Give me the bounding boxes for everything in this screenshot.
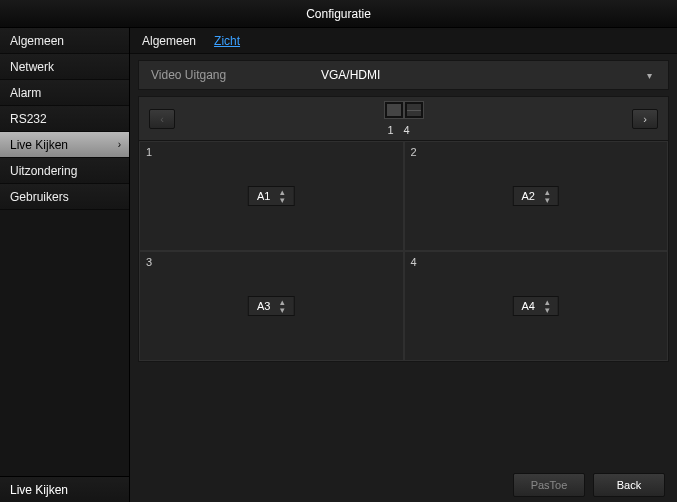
- sidebar-item-exception[interactable]: Uitzondering: [0, 158, 129, 184]
- sidebar-item-network[interactable]: Netwerk: [0, 54, 129, 80]
- grid-cell-4[interactable]: 4 A4 ▴▾: [404, 251, 669, 361]
- spinner-icon: ▴▾: [280, 188, 285, 204]
- channel-grid: 1 A1 ▴▾ 2 A2 ▴▾ 3: [139, 141, 668, 361]
- sidebar-item-users[interactable]: Gebruikers: [0, 184, 129, 210]
- chevron-right-icon: ›: [118, 132, 121, 158]
- chevron-down-icon: ▾: [647, 70, 656, 81]
- tab-general[interactable]: Algemeen: [142, 34, 196, 48]
- sidebar-item-alarm[interactable]: Alarm: [0, 80, 129, 106]
- channel-value: A3: [257, 300, 270, 312]
- layout-panel: ‹ 14 › 1 A1 ▴▾: [138, 96, 669, 362]
- back-button[interactable]: Back: [593, 473, 665, 497]
- layout-2x2-icon[interactable]: [404, 101, 424, 119]
- tab-bar: Algemeen Zicht: [130, 28, 677, 54]
- grid-cell-3[interactable]: 3 A3 ▴▾: [139, 251, 404, 361]
- sidebar-item-label: Live Kijken: [10, 138, 68, 152]
- spinner-icon: ▴▾: [545, 298, 550, 314]
- next-page-button[interactable]: ›: [632, 109, 658, 129]
- video-output-value: VGA/HDMI: [321, 68, 647, 82]
- sidebar-footer: Live Kijken: [0, 476, 129, 502]
- channel-value: A2: [522, 190, 535, 202]
- window-title: Configuratie: [0, 0, 677, 28]
- footer-bar: PasToe Back: [130, 468, 677, 502]
- channel-value: A4: [522, 300, 535, 312]
- sidebar: Algemeen Netwerk Alarm RS232 Live Kijken…: [0, 28, 130, 502]
- channel-value: A1: [257, 190, 270, 202]
- page-indicator: 14: [387, 124, 419, 136]
- page-current: 1: [387, 124, 403, 136]
- sidebar-item-rs232[interactable]: RS232: [0, 106, 129, 132]
- channel-select-4[interactable]: A4 ▴▾: [513, 296, 559, 316]
- spinner-icon: ▴▾: [545, 188, 550, 204]
- cell-number: 4: [411, 256, 417, 268]
- spinner-icon: ▴▾: [280, 298, 285, 314]
- layout-1x1-icon[interactable]: [384, 101, 404, 119]
- prev-page-button[interactable]: ‹: [149, 109, 175, 129]
- grid-cell-1[interactable]: 1 A1 ▴▾: [139, 141, 404, 251]
- page-total: 4: [404, 124, 420, 136]
- video-output-label: Video Uitgang: [151, 68, 321, 82]
- sidebar-item-general[interactable]: Algemeen: [0, 28, 129, 54]
- cell-number: 2: [411, 146, 417, 158]
- apply-button[interactable]: PasToe: [513, 473, 585, 497]
- cell-number: 3: [146, 256, 152, 268]
- layout-header: ‹ 14 ›: [139, 97, 668, 141]
- grid-cell-2[interactable]: 2 A2 ▴▾: [404, 141, 669, 251]
- channel-select-1[interactable]: A1 ▴▾: [248, 186, 294, 206]
- video-output-select[interactable]: Video Uitgang VGA/HDMI ▾: [138, 60, 669, 90]
- sidebar-item-liveview[interactable]: Live Kijken ›: [0, 132, 129, 158]
- tab-view[interactable]: Zicht: [214, 34, 240, 48]
- cell-number: 1: [146, 146, 152, 158]
- channel-select-2[interactable]: A2 ▴▾: [513, 186, 559, 206]
- channel-select-3[interactable]: A3 ▴▾: [248, 296, 294, 316]
